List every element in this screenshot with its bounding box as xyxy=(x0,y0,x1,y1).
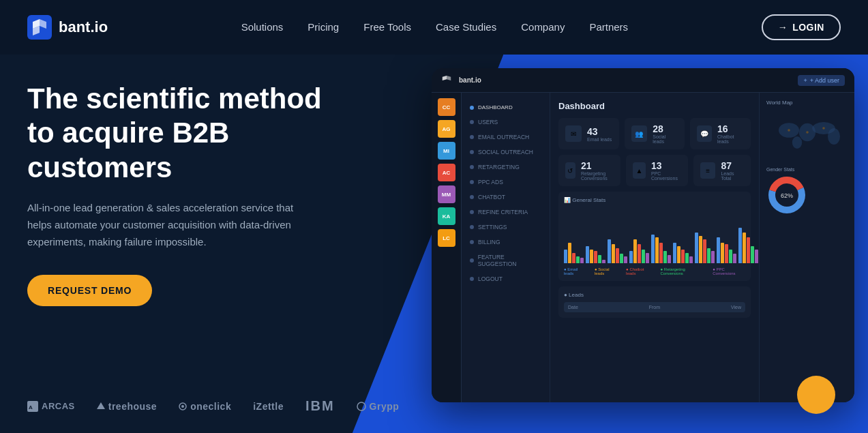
svg-point-4 xyxy=(181,405,184,408)
db-menu-users[interactable]: USERS xyxy=(462,115,550,129)
db-menu-feature[interactable]: FEATURE SUGGESTION xyxy=(462,250,550,271)
db-table-header: Date From View xyxy=(564,302,745,312)
svg-point-11 xyxy=(792,136,802,149)
db-leads-title: ● Leads xyxy=(564,292,745,298)
chart-bar xyxy=(642,250,645,263)
chart-bar xyxy=(743,233,746,263)
dashboard-preview: bant.io + + Add user CC AG MI AC MM KA L… xyxy=(432,68,868,423)
db-col-date: Date xyxy=(568,305,578,310)
db-chatbot-count: 16 xyxy=(717,123,744,134)
chart-bar xyxy=(755,250,758,263)
db-col-view: View xyxy=(731,305,741,310)
chart-bar xyxy=(747,237,750,263)
chart-bar xyxy=(663,251,667,263)
chart-bar xyxy=(703,239,706,263)
db-ppc-count: 13 xyxy=(651,160,681,171)
chart-bar xyxy=(655,237,659,263)
nav-company[interactable]: Company xyxy=(521,21,565,33)
nav-free-tools[interactable]: Free Tools xyxy=(363,21,411,33)
db-logo-icon xyxy=(441,75,452,86)
db-stat-social: 👥 28 Social leads xyxy=(625,118,685,149)
db-email-count: 43 xyxy=(587,126,612,137)
chart-bar xyxy=(677,246,680,263)
db-menu-social-outreach[interactable]: SOCIAL OUTREACH xyxy=(462,145,550,159)
db-main-content: Dashboard ✉ 43 Email leads 👥 xyxy=(550,93,759,402)
db-menu-refine[interactable]: REFINE CRITERIA xyxy=(462,205,550,219)
nav-solutions[interactable]: Solutions xyxy=(241,21,284,33)
hero-content: The scientific method to acquire B2B cus… xyxy=(27,82,355,306)
svg-point-12 xyxy=(788,129,790,132)
db-menu-dashboard[interactable]: DASHBOARD xyxy=(462,101,550,114)
db-ppc-icon: ▲ xyxy=(633,162,646,179)
db-add-user[interactable]: + + Add user xyxy=(798,75,845,86)
db-menu-settings[interactable]: SETTINGS xyxy=(462,220,550,234)
db-avatar-ac[interactable]: AC xyxy=(438,164,455,181)
db-dashboard-title: Dashboard xyxy=(558,101,751,111)
db-menu-chatbot[interactable]: CHATBOT xyxy=(462,190,550,204)
chart-bar xyxy=(629,251,633,263)
chart-bar xyxy=(651,235,655,263)
chart-bar xyxy=(725,244,728,263)
chart-bar xyxy=(668,255,671,263)
db-avatar-cc[interactable]: CC xyxy=(438,98,455,116)
db-avatar-mi[interactable]: MI xyxy=(438,142,455,160)
nav-pricing[interactable]: Pricing xyxy=(308,21,339,33)
brand-name: bant.io xyxy=(59,18,108,36)
chart-bar xyxy=(689,256,693,263)
db-avatar-lc[interactable]: LC xyxy=(438,229,455,247)
nav-partners[interactable]: Partners xyxy=(589,21,628,33)
chart-bar xyxy=(685,253,689,263)
db-chart-area: 📊 General Stats ● Email leads ● Social l… xyxy=(558,192,751,281)
hero-title: The scientific method to acquire B2B cus… xyxy=(27,82,355,185)
db-total-label: Leads Total xyxy=(721,171,744,181)
login-label: LOGIN xyxy=(792,22,824,33)
db-menu-ppc-ads[interactable]: PPC ADS xyxy=(462,175,550,189)
chart-bar-group xyxy=(717,237,736,263)
svg-text:A: A xyxy=(29,404,33,410)
chart-bar xyxy=(620,254,623,263)
chart-bar xyxy=(681,250,685,263)
brand-logos: A ARCAS treehouse oneclick iZettle IBM G… xyxy=(27,398,399,414)
nav-case-studies[interactable]: Case Studies xyxy=(436,21,496,33)
nav-links: Solutions Pricing Free Tools Case Studie… xyxy=(241,21,628,33)
svg-text:62%: 62% xyxy=(781,192,793,199)
svg-point-14 xyxy=(822,127,825,130)
db-avatar-ka[interactable]: KA xyxy=(438,207,455,225)
db-menu-retargeting[interactable]: RETARGETING xyxy=(462,160,550,174)
logo[interactable]: bant.io xyxy=(27,15,108,40)
chart-bar xyxy=(633,239,637,263)
login-button[interactable]: → LOGIN xyxy=(762,14,841,40)
chart-bar xyxy=(564,250,567,263)
db-email-label: Email leads xyxy=(587,137,612,142)
db-chart-title: 📊 General Stats xyxy=(564,197,745,203)
chart-bar xyxy=(721,243,724,263)
svg-point-5 xyxy=(357,402,365,410)
db-ppc-label: PPC Conversions xyxy=(651,171,681,181)
db-stat-total: ≡ 87 Leads Total xyxy=(693,155,751,186)
chart-bar xyxy=(711,251,715,263)
chart-bar xyxy=(612,244,615,263)
chart-bar xyxy=(624,256,627,263)
chart-bar xyxy=(638,244,641,263)
db-col-from: From xyxy=(649,305,660,310)
db-avatar-mm[interactable]: MM xyxy=(438,185,455,203)
request-demo-button[interactable]: REQUEST DEMO xyxy=(27,275,152,306)
db-world-map-panel: World Map Gend xyxy=(759,93,854,402)
db-menu-billing[interactable]: BILLING xyxy=(462,235,550,249)
chart-bar xyxy=(751,246,754,263)
db-menu-logout[interactable]: LOGOUT xyxy=(462,272,550,286)
login-arrow-icon: → xyxy=(778,22,788,33)
hero-subtitle: All-in-one lead generation & sales accel… xyxy=(27,200,314,250)
db-stat-chatbot: 💬 16 Chatbot leads xyxy=(690,118,751,149)
chat-button[interactable] xyxy=(797,376,835,414)
chart-bar-group xyxy=(695,233,715,263)
hero-section: The scientific method to acquire B2B cus… xyxy=(0,55,868,433)
brand-izettle: iZettle xyxy=(253,401,284,412)
db-leads-table: ● Leads Date From View xyxy=(558,286,751,318)
db-avatar-ag[interactable]: AG xyxy=(438,120,455,138)
brand-arcas: A ARCAS xyxy=(27,401,75,412)
navbar: bant.io Solutions Pricing Free Tools Cas… xyxy=(0,0,868,55)
chart-bar xyxy=(598,255,601,263)
db-menu-email-outreach[interactable]: EMAIL OUTREACH xyxy=(462,130,550,144)
chart-bar xyxy=(646,253,649,263)
